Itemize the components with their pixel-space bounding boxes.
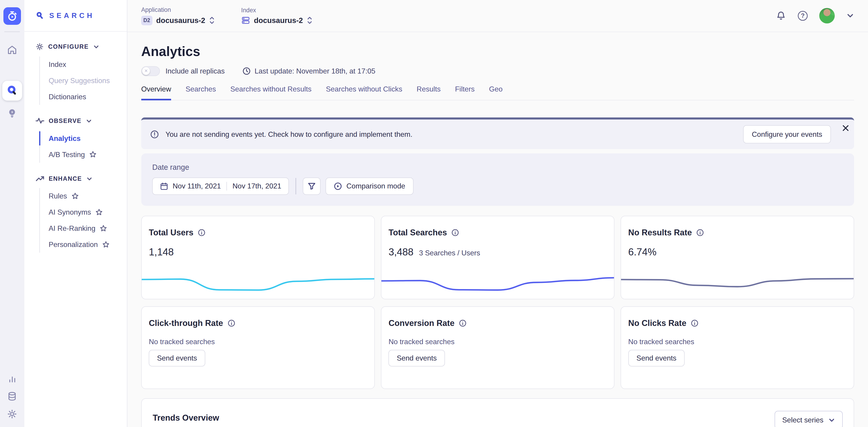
tab-searches[interactable]: Searches [185,85,216,100]
info-icon[interactable] [451,229,459,236]
info-icon[interactable] [691,319,699,327]
recommend-product-button[interactable] [2,103,22,123]
icon-rail [0,0,24,427]
info-icon[interactable] [459,319,467,327]
sidebar-item-label: AI Synonyms [49,208,91,217]
database-icon [7,391,17,401]
card-status: No tracked searches [389,337,607,346]
send-events-button[interactable]: Send events [149,350,205,366]
last-update: Last update: November 18th, at 17:05 [242,67,375,75]
application-label: Application [141,6,215,13]
info-icon [150,130,159,139]
section-label: OBSERVE [49,118,82,125]
sidebar-item-label: Analytics [49,134,81,143]
search-product-button[interactable] [2,81,22,101]
app-window: SEARCH CONFIGURE [0,0,868,427]
gear-icon [7,409,17,419]
select-series-button[interactable]: Select series [775,411,843,427]
sidebar-item-label: Rules [49,192,67,200]
card-value: 3,488 [389,246,413,258]
card-status: No tracked searches [149,337,367,346]
index-selector[interactable]: Index docusaurus-2 [241,7,312,25]
filter-button[interactable] [303,177,320,195]
chevron-down-icon [93,44,99,50]
data-button[interactable] [7,391,17,401]
user-menu-chevron-icon[interactable] [846,12,854,20]
tab-searches-without-clicks[interactable]: Searches without Clicks [326,85,402,100]
include-replicas-label: Include all replicas [166,67,225,75]
application-selector[interactable]: Application D2 docusaurus-2 [141,6,215,25]
star-icon [100,225,107,232]
tab-filters[interactable]: Filters [455,85,474,100]
tab-geo[interactable]: Geo [489,85,503,100]
section-enhance[interactable]: ENHANCE [24,175,127,183]
send-events-button[interactable]: Send events [628,350,685,366]
sidebar-nav: CONFIGURE Index Query Suggestions Dictio… [24,32,127,265]
sidebar-item-index[interactable]: Index [40,57,127,73]
tab-searches-without-results[interactable]: Searches without Results [230,85,311,100]
sidebar-item-analytics[interactable]: Analytics [40,130,127,146]
date-range-panel: Date range Nov 11th, 2021 Nov 17th, 2021 [141,154,854,206]
usage-stats-button[interactable] [7,374,17,384]
gear-icon [35,42,44,51]
tab-overview[interactable]: Overview [141,85,171,100]
bar-chart-icon [7,374,17,384]
card-title: Total Searches [389,228,447,237]
info-icon[interactable] [198,229,206,236]
include-replicas-toggle[interactable]: ✕ [141,66,160,76]
events-banner: You are not sending events yet. Check ho… [141,118,854,149]
sidebar-item-label: AI Re-Ranking [49,224,95,233]
tab-results[interactable]: Results [417,85,441,100]
chevron-down-icon [86,118,92,124]
sidebar-item-query-suggestions[interactable]: Query Suggestions [40,73,127,89]
section-label: ENHANCE [49,175,82,182]
info-icon[interactable] [696,229,704,236]
info-icon[interactable] [227,319,235,327]
card-value: 1,148 [149,246,174,258]
card-value: 6.74% [628,246,657,258]
notifications-button[interactable] [776,10,786,21]
comparison-mode-button[interactable]: Comparison mode [326,177,413,195]
comparison-mode-label: Comparison mode [346,182,405,190]
trends-title: Trends Overview [153,413,219,423]
tab-bar: Overview Searches Searches without Resul… [141,85,854,100]
sidebar-item-ai-synonyms[interactable]: AI Synonyms [40,204,127,220]
sort-chevrons-icon [209,16,215,25]
configure-events-button[interactable]: Configure your events [743,125,831,143]
home-nav-button[interactable] [2,40,22,60]
calendar-icon [160,182,168,190]
page-title: Analytics [141,44,854,59]
sidebar-item-dictionaries[interactable]: Dictionaries [40,89,127,105]
date-range-picker[interactable]: Nov 11th, 2021 Nov 17th, 2021 [152,177,289,195]
card-no-results-rate: No Results Rate 6.74% [621,216,854,299]
magnifier-logo-icon [35,11,44,20]
close-icon[interactable] [842,125,849,132]
sidebar-item-ab-testing[interactable]: A/B Testing [40,146,127,163]
trend-up-icon [35,175,44,183]
section-observe[interactable]: OBSERVE [24,117,127,125]
sidebar-item-rules[interactable]: Rules [40,188,127,204]
star-icon [89,151,97,158]
controls-divider [296,178,296,195]
sidebar-item-personalization[interactable]: Personalization [40,236,127,253]
user-avatar[interactable] [819,8,835,24]
sidebar-item-ai-re-ranking[interactable]: AI Re-Ranking [40,220,127,236]
card-conversion-rate: Conversion Rate No tracked searches Send… [381,306,614,389]
index-value: docusaurus-2 [254,16,303,25]
logo-text: SEARCH [49,11,95,20]
play-circle-icon [334,182,342,190]
last-update-text: Last update: November 18th, at 17:05 [255,67,375,75]
banner-message: You are not sending events yet. Check ho… [166,130,743,139]
send-events-button[interactable]: Send events [389,350,445,366]
settings-button[interactable] [7,409,17,419]
card-total-users: Total Users 1,148 [141,216,375,299]
section-configure[interactable]: CONFIGURE [24,42,127,51]
card-title: No Results Rate [628,228,692,237]
card-title: No Clicks Rate [628,319,686,328]
lightbulb-flash-icon [7,108,17,118]
select-series-label: Select series [782,416,824,424]
product-switcher-button[interactable] [3,7,21,25]
help-button[interactable]: ? [798,11,808,21]
search-logo[interactable]: SEARCH [24,0,127,32]
card-total-searches: Total Searches 3,488 3 Searches / Users [381,216,614,299]
